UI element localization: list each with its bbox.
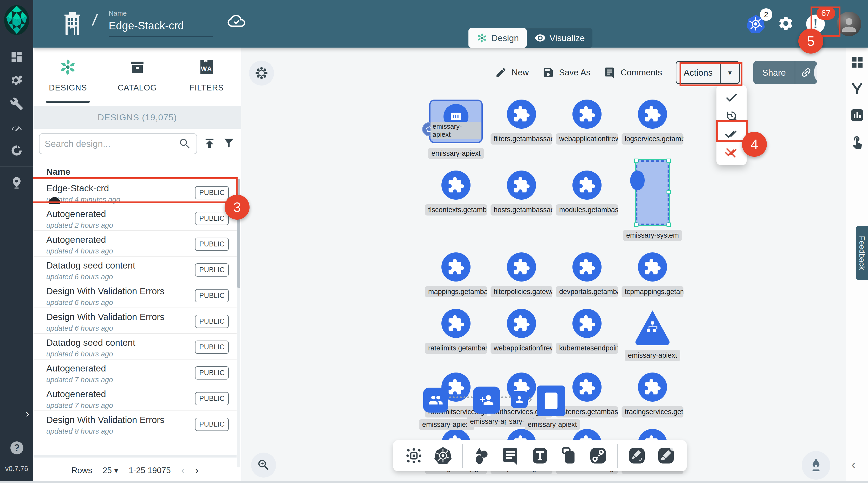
tab-design[interactable]: Design xyxy=(468,28,527,48)
list-scrollbar[interactable] xyxy=(237,179,240,467)
node-selected-container[interactable]: emissary-apiext xyxy=(429,99,483,143)
design-list-item[interactable]: Datadog seed contentupdated 6 hours agoP… xyxy=(33,256,237,282)
design-list-item[interactable]: Design With Validation Errorsupdated 6 h… xyxy=(33,282,237,307)
pagination-bar: Rows 25 ▾ 1-25 19075 ‹ › xyxy=(33,455,237,483)
note-tool-icon[interactable] xyxy=(559,446,579,466)
node-crd[interactable] xyxy=(507,252,536,281)
design-name-field[interactable]: Name Edge-Stack-crd xyxy=(108,9,213,37)
pen-nib-button[interactable] xyxy=(802,451,830,480)
node-crd[interactable] xyxy=(572,99,601,129)
components-grid-icon[interactable] xyxy=(850,55,864,70)
next-page-button[interactable]: › xyxy=(195,464,198,476)
bottom-scrollbar[interactable] xyxy=(0,481,868,483)
node-crd[interactable] xyxy=(572,309,601,338)
node-label: mappings.getambass... xyxy=(425,286,487,297)
node-id-card[interactable] xyxy=(537,386,565,416)
comment-tool-icon[interactable] xyxy=(501,446,521,466)
edge-pen-tool-icon[interactable] xyxy=(627,446,647,466)
design-list-item[interactable]: Datadog seed contentupdated 6 hours agoP… xyxy=(33,333,237,359)
rows-per-page-select[interactable]: 25 ▾ xyxy=(102,465,118,475)
node-label: emissary-apiext xyxy=(419,419,474,430)
node-crd[interactable] xyxy=(507,99,536,129)
settings-gear-icon[interactable] xyxy=(778,15,794,33)
design-canvas[interactable]: New Save As Comments Actions ▾ Share emi… xyxy=(241,48,846,483)
prev-page-button[interactable]: ‹ xyxy=(181,464,185,476)
panel-tab-catalog[interactable]: CATALOG xyxy=(103,48,172,103)
link-tool-icon[interactable] xyxy=(588,446,608,466)
menu-item-validate-check[interactable] xyxy=(716,89,747,107)
cloud-saved-icon xyxy=(227,13,247,30)
design-list-item[interactable]: Design With Validation Errorsupdated 6 h… xyxy=(33,307,237,333)
node-label: emissary-apiext xyxy=(431,122,482,139)
design-list-item[interactable]: Autogeneratedupdated 7 hours agoPUBLIC xyxy=(33,385,237,411)
kubernetes-tool-icon[interactable] xyxy=(433,446,453,466)
edge-dotted xyxy=(449,396,473,398)
panel-tab-designs[interactable]: DESIGNS xyxy=(33,48,103,103)
lifecycle-gears-icon[interactable] xyxy=(9,73,24,88)
interaction-hand-icon[interactable] xyxy=(850,134,864,150)
feedback-tab[interactable]: Feedback xyxy=(856,226,868,280)
annotation-step-5: 5 xyxy=(798,29,823,54)
component-shapes-icon[interactable] xyxy=(404,446,424,466)
node-dashed-selected[interactable] xyxy=(636,160,669,225)
comments-button[interactable]: Comments xyxy=(604,66,662,79)
meshery-logo-icon[interactable] xyxy=(4,5,30,35)
design-list-item[interactable]: Autogeneratedupdated 4 hours agoPUBLIC xyxy=(33,230,237,256)
visibility-badge: PUBLIC xyxy=(195,315,229,328)
mesh-style-button[interactable] xyxy=(249,61,274,86)
shapes-tool-icon[interactable] xyxy=(471,446,492,466)
design-list-item[interactable]: Autogeneratedupdated 2 hours agoPUBLIC xyxy=(33,205,237,230)
configuration-tools-icon[interactable] xyxy=(9,96,24,111)
design-list-item[interactable]: Autogeneratedupdated 7 hours agoPUBLIC xyxy=(33,359,237,385)
location-pin-icon[interactable] xyxy=(9,175,24,190)
annotation-rect-actions xyxy=(680,62,742,86)
performance-gauge-icon[interactable] xyxy=(9,120,24,135)
sidebar-expand-chevron[interactable]: › xyxy=(22,407,33,420)
save-as-button[interactable]: Save As xyxy=(542,66,590,79)
node-triangle[interactable] xyxy=(633,309,672,345)
analytics-chart-icon[interactable] xyxy=(850,108,864,123)
node-crd[interactable] xyxy=(441,309,470,338)
search-input[interactable]: Search design... xyxy=(39,133,197,154)
node-crd[interactable] xyxy=(572,252,601,281)
node-crd[interactable] xyxy=(638,252,667,281)
merge-y-icon[interactable] xyxy=(850,81,864,97)
catalog-archive-icon xyxy=(128,58,147,77)
text-tool-icon[interactable] xyxy=(530,446,550,466)
node-crd[interactable] xyxy=(638,99,667,129)
node-person-add[interactable] xyxy=(473,387,500,414)
share-button[interactable]: Share xyxy=(753,61,817,84)
user-avatar[interactable] xyxy=(837,12,861,36)
node-crd[interactable] xyxy=(507,171,536,200)
column-header-name[interactable]: Name xyxy=(46,167,70,177)
panel-tab-filters[interactable]: WA FILTERS xyxy=(172,48,241,103)
designs-panel: DESIGNS CATALOG WA FILTERS DESIGNS (19,0… xyxy=(33,48,241,483)
search-icon[interactable] xyxy=(178,137,191,150)
filter-funnel-icon[interactable] xyxy=(222,137,236,151)
breadcrumb-slash: / xyxy=(91,10,98,30)
design-name-value[interactable]: Edge-Stack-crd xyxy=(108,20,213,32)
node-label: webapplicationfirewa... xyxy=(491,343,552,354)
node-person-small[interactable] xyxy=(511,391,528,408)
node-crd[interactable] xyxy=(507,309,536,338)
node-crd[interactable] xyxy=(441,171,470,200)
help-button[interactable]: ? xyxy=(10,442,23,454)
node-label: tcpmappings.getam... xyxy=(622,286,683,297)
tab-visualize[interactable]: Visualize xyxy=(527,28,592,48)
freehand-draw-tool-icon[interactable] xyxy=(656,446,676,466)
node-label: filters.getambassador... xyxy=(491,133,552,145)
design-list-item[interactable]: Design With Validation Errorsupdated 8 h… xyxy=(33,411,237,436)
node-crd[interactable] xyxy=(441,252,470,281)
node-people[interactable] xyxy=(423,388,448,413)
right-panel-collapse-chevron[interactable]: ‹ xyxy=(851,457,856,472)
dashboard-icon[interactable] xyxy=(9,50,24,64)
zoom-in-button[interactable] xyxy=(251,453,276,478)
design-spiral-icon xyxy=(476,32,488,44)
organization-building-icon[interactable] xyxy=(61,11,83,35)
extensions-icon[interactable] xyxy=(9,143,24,158)
node-crd[interactable] xyxy=(572,171,601,200)
new-button[interactable]: New xyxy=(495,66,529,79)
kubernetes-context-icon[interactable]: 2 xyxy=(746,14,766,34)
upload-design-icon[interactable] xyxy=(203,137,216,151)
save-icon xyxy=(542,66,554,79)
